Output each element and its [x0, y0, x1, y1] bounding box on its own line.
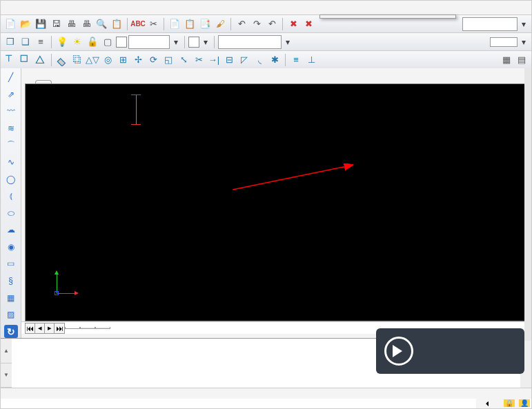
drawn-entity	[136, 94, 137, 125]
layer-color-swatch[interactable]	[116, 37, 127, 48]
rotate-tb-icon[interactable]: ⟳	[146, 53, 160, 67]
toolbar-modify: ⿻ △▽ ◎ ⊞ ✢ ⟳ ◱ ⤡ ✂ →| ⊟ ◸ ◟ ✱ ≡ ⊥ ▦ ▤	[1, 50, 531, 68]
svg-rect-2	[21, 55, 27, 61]
revcloud-tool-icon[interactable]: ☁	[4, 223, 18, 237]
linetype-input[interactable]	[218, 35, 282, 49]
copy-icon[interactable]: 📄	[168, 17, 181, 31]
undo-icon[interactable]: ↶	[235, 17, 248, 31]
offset-tb-icon[interactable]: ◎	[101, 53, 115, 67]
menubar	[1, 1, 531, 14]
cmd-up-icon[interactable]: ▲	[1, 339, 12, 363]
cut-icon[interactable]: ✂	[146, 17, 160, 31]
break-tb-icon[interactable]: ⊟	[222, 53, 236, 67]
erase-tb-icon[interactable]	[55, 53, 69, 67]
stretch-tb-icon[interactable]: ⤡	[177, 53, 190, 67]
sheet-last-icon[interactable]: ⏭	[55, 323, 64, 333]
view1-icon[interactable]: ▦	[500, 53, 513, 67]
mod3-icon[interactable]	[34, 53, 48, 67]
copydoc-icon[interactable]: 📋	[110, 17, 124, 31]
new-icon[interactable]: 📄	[3, 17, 17, 31]
svg-marker-3	[36, 56, 43, 63]
drawing-canvas[interactable]	[25, 83, 528, 321]
mod1-icon[interactable]	[3, 53, 17, 67]
gradient-tool-icon[interactable]: ▨	[4, 308, 18, 321]
layer-plot-icon[interactable]: ▢	[101, 35, 115, 49]
explode-tb-icon[interactable]: ✱	[268, 53, 282, 67]
extend-tb-icon[interactable]: →|	[207, 53, 221, 67]
move-tb-icon[interactable]: ✢	[131, 53, 145, 67]
donut-tool-icon[interactable]: ◉	[4, 241, 18, 254]
status-y1-icon[interactable]: 🔒	[504, 399, 515, 407]
cmd-down-icon[interactable]: ▼	[1, 363, 12, 388]
mline-tool-icon[interactable]: ≋	[4, 122, 18, 135]
color-dd-icon[interactable]: ▾	[201, 35, 210, 49]
refresh-tool-icon[interactable]: ↻	[4, 325, 18, 338]
circle-tool-icon[interactable]: ◯	[4, 172, 18, 186]
paste-icon[interactable]: 📋	[183, 17, 197, 31]
mod2-icon[interactable]	[19, 53, 32, 67]
play-icon	[384, 337, 413, 366]
status-right: ⏴ 🔒 👤	[476, 397, 530, 408]
linetype-dd-icon[interactable]: ▾	[283, 35, 293, 49]
ellipse-tool-icon[interactable]: ⬭	[4, 207, 18, 220]
spellcheck-icon[interactable]: ABC	[131, 17, 145, 31]
helix-tool-icon[interactable]: §	[4, 275, 18, 288]
sheet-layout2[interactable]	[95, 327, 110, 329]
left-toolbox: ╱ ⇗ 〰 ≋ ⌒ ∿ ◯ ⦅ ⬭ ☁ ◉ ▭ § ▦ ▨ ↻	[1, 68, 21, 338]
lw-dd-icon[interactable]: ▾	[519, 35, 529, 49]
status-y2-icon[interactable]: 👤	[519, 399, 530, 407]
open-icon[interactable]: 📂	[19, 17, 32, 31]
lineweight-preview[interactable]	[490, 37, 518, 47]
ray-tool-icon[interactable]: ⇗	[4, 88, 18, 101]
pline-tool-icon[interactable]: 〰	[4, 105, 18, 118]
spline-tool-icon[interactable]: ∿	[4, 156, 18, 169]
layer-sun-icon[interactable]: ☀	[70, 35, 84, 49]
saveall-icon[interactable]: 🖫	[49, 17, 63, 31]
array-tb-icon[interactable]: ⊞	[116, 53, 130, 67]
layer-name-input[interactable]	[128, 35, 170, 49]
cancel1-icon[interactable]: ✖	[286, 17, 300, 31]
canvas-wrap: ⏮ ◂ ▸ ⏭	[21, 68, 531, 338]
dim-tb-icon[interactable]: ⊥	[304, 53, 318, 67]
watermark-logo	[376, 328, 524, 374]
redo-icon[interactable]: ↷	[250, 17, 264, 31]
sheet-first-icon[interactable]: ⏮	[26, 323, 35, 333]
arc-tool-icon[interactable]: ⌒	[4, 139, 18, 152]
sheet-prev-icon[interactable]: ◂	[35, 323, 45, 333]
style-select[interactable]	[462, 17, 518, 31]
view2-icon[interactable]: ▤	[515, 53, 529, 67]
copy-tb-icon[interactable]: ⿻	[70, 53, 84, 67]
scale-tb-icon[interactable]: ◱	[161, 53, 175, 67]
layer-dd-icon[interactable]: ▾	[171, 35, 181, 49]
main-area: ╱ ⇗ 〰 ≋ ⌒ ∿ ◯ ⦅ ⬭ ☁ ◉ ▭ § ▦ ▨ ↻	[1, 68, 531, 338]
chamfer-tb-icon[interactable]: ◸	[237, 53, 251, 67]
document-tabbar	[21, 68, 531, 83]
mirror-tb-icon[interactable]: △▽	[86, 53, 99, 67]
sheet-layout1[interactable]	[80, 327, 95, 329]
layerprops-icon[interactable]: ❒	[3, 35, 17, 49]
align-tb-icon[interactable]: ≡	[289, 53, 303, 67]
layer-lock-icon[interactable]: 🔓	[86, 35, 99, 49]
hatch-tool-icon[interactable]: ▦	[4, 291, 18, 304]
sheet-next-icon[interactable]: ▸	[45, 323, 55, 333]
line-tool-icon[interactable]: ╱	[4, 71, 18, 84]
print-icon[interactable]: 🖶	[64, 17, 78, 31]
trim-tb-icon[interactable]: ✂	[192, 53, 206, 67]
style-dd-icon[interactable]: ▾	[519, 17, 529, 31]
find-icon[interactable]: 🔍	[95, 17, 108, 31]
printpreview-icon[interactable]: 🖶	[79, 17, 93, 31]
matchprop-icon[interactable]: 🖌	[213, 17, 227, 31]
arc2-tool-icon[interactable]: ⦅	[4, 190, 18, 203]
save-icon[interactable]: 💾	[34, 17, 48, 31]
undo2-icon[interactable]: ↶	[265, 17, 279, 31]
copyprop-icon[interactable]: 📑	[198, 17, 212, 31]
cancel2-icon[interactable]: ✖	[302, 17, 315, 31]
modify-menu-dropdown	[319, 14, 456, 19]
fillet-tb-icon[interactable]: ◟	[253, 53, 266, 67]
layerstate-icon[interactable]: ❑	[19, 35, 32, 49]
layer-bulb-icon[interactable]: 💡	[55, 35, 69, 49]
sheet-model[interactable]	[65, 327, 80, 329]
color-swatch[interactable]	[188, 37, 199, 48]
layermgr-icon[interactable]: ≡	[34, 35, 48, 49]
rect-tool-icon[interactable]: ▭	[4, 257, 18, 270]
